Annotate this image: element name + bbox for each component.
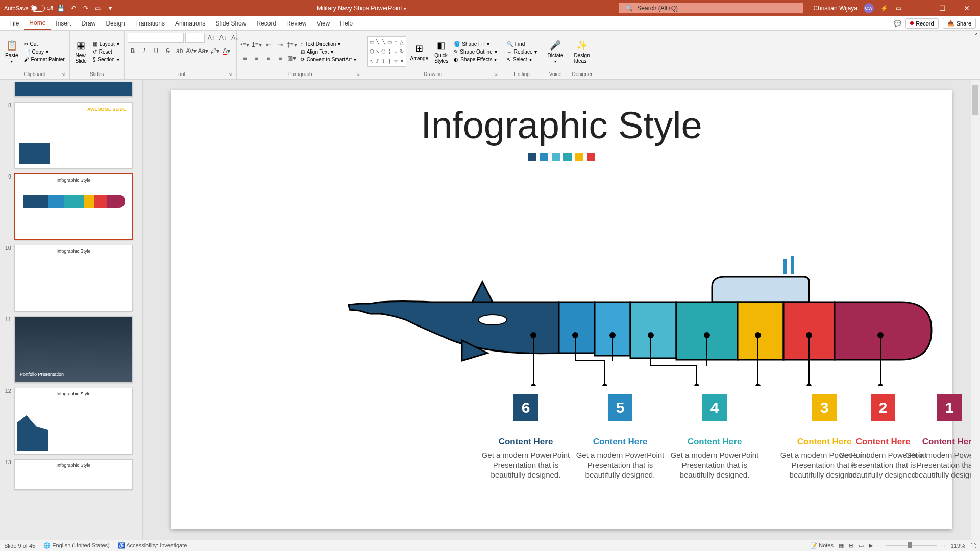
search-input[interactable]: 🔍 Search (Alt+Q) (619, 3, 803, 13)
shapes-gallery[interactable]: ▭╲╲▭○△ ⬡↘⬠{○↻ ∿⤴(}☆▾ (368, 36, 406, 67)
tab-file[interactable]: File (4, 17, 24, 30)
redo-icon[interactable]: ↷ (82, 4, 90, 12)
zoom-level[interactable]: 119% (951, 543, 965, 549)
zoom-out-icon[interactable]: − (878, 543, 881, 549)
strike-button[interactable]: S̶ (163, 46, 173, 56)
tab-slideshow[interactable]: Slide Show (210, 17, 251, 30)
highlight-button[interactable]: 🖍▾ (210, 46, 220, 56)
dictate-button[interactable]: 🎤Dictate▾ (545, 38, 565, 65)
smartart-button[interactable]: ⟳ Convert to SmartArt ▾ (299, 56, 358, 63)
tab-insert[interactable]: Insert (51, 17, 76, 30)
tab-home[interactable]: Home (24, 17, 51, 30)
select-button[interactable]: ↖ Select ▾ (505, 56, 539, 63)
design-ideas-button[interactable]: ✨Design Ideas (572, 38, 592, 65)
layout-button[interactable]: ▦ Layout ▾ (91, 41, 121, 47)
qat-dropdown-icon[interactable]: ▾ (106, 4, 114, 12)
submarine-graphic[interactable] (339, 254, 952, 386)
paste-button[interactable]: 📋Paste▾ (3, 38, 20, 65)
tab-design[interactable]: Design (101, 17, 130, 30)
reset-button[interactable]: ↺ Reset (91, 48, 121, 55)
outdent-button[interactable]: ⇤ (263, 40, 274, 50)
accessibility-status[interactable]: ♿ Accessibility: Investigate (118, 542, 187, 549)
format-painter-button[interactable]: 🖌 Format Painter (22, 56, 66, 63)
autosave-toggle[interactable]: AutoSave Off (4, 5, 53, 12)
slide-thumb-13[interactable]: Infographic Style (14, 459, 133, 490)
text-direction-button[interactable]: ↕ Text Direction ▾ (299, 41, 358, 47)
slide-thumb-10[interactable]: Infographic Style (14, 245, 133, 311)
align-center-button[interactable]: ≡ (252, 53, 262, 63)
tab-view[interactable]: View (311, 17, 335, 30)
decrease-font-icon[interactable]: A↓ (218, 33, 228, 43)
save-icon[interactable]: 💾 (57, 4, 65, 12)
line-spacing-button[interactable]: ‡≡▾ (287, 40, 297, 50)
slide-thumb-8[interactable]: AWESOME SLIDE (14, 102, 133, 168)
align-left-button[interactable]: ≡ (240, 53, 250, 63)
shadow-button[interactable]: ab (175, 46, 185, 56)
bullets-button[interactable]: •≡▾ (240, 40, 250, 50)
present-icon[interactable]: ▭ (94, 4, 102, 12)
ribbon-mode-icon[interactable]: ▭ (894, 4, 902, 12)
justify-button[interactable]: ≡ (275, 53, 285, 63)
callout-6[interactable]: 6 Content Here Get a modern PowerPoint P… (477, 394, 574, 480)
increase-font-icon[interactable]: A↑ (206, 33, 216, 43)
slide-thumb-12[interactable]: Infographic Style (14, 388, 133, 454)
callout-4[interactable]: 4 Content Here Get a modern PowerPoint P… (666, 394, 763, 480)
slideshow-view-icon[interactable]: ▶ (869, 542, 873, 549)
cut-button[interactable]: ✂ Cut (22, 41, 66, 47)
slide-title[interactable]: Infographic Style (171, 90, 952, 147)
tab-animations[interactable]: Animations (170, 17, 210, 30)
tab-record[interactable]: Record (251, 17, 281, 30)
arrange-button[interactable]: ⊞Arrange (408, 41, 431, 62)
copy-button[interactable]: 📄 Copy ▾ (22, 48, 66, 55)
align-right-button[interactable]: ≡ (263, 53, 274, 63)
new-slide-button[interactable]: ▦New Slide (73, 38, 89, 65)
italic-button[interactable]: I (139, 46, 150, 56)
font-color-button[interactable]: A▾ (222, 46, 232, 56)
slide-editor[interactable]: Infographic Style (143, 80, 980, 540)
replace-button[interactable]: ↔ Replace ▾ (505, 48, 539, 55)
comments-icon[interactable]: 💬 (894, 20, 901, 27)
vertical-scrollbar[interactable] (971, 80, 980, 540)
undo-icon[interactable]: ↶ (69, 4, 78, 12)
minimize-icon[interactable]: — (909, 1, 927, 15)
shape-effects-button[interactable]: ◐ Shape Effects ▾ (452, 56, 498, 63)
slide-thumb-9[interactable]: Infographic Style (14, 173, 133, 240)
share-button[interactable]: 📤 Share (943, 18, 976, 29)
slide-canvas[interactable]: Infographic Style (171, 90, 952, 529)
sorter-view-icon[interactable]: ⊞ (849, 542, 853, 549)
align-text-button[interactable]: ⊟ Align Text ▾ (299, 48, 358, 55)
font-family-select[interactable] (128, 33, 184, 43)
spacing-button[interactable]: AV▾ (186, 46, 197, 56)
find-button[interactable]: 🔍 Find (505, 41, 539, 47)
tab-draw[interactable]: Draw (76, 17, 101, 30)
notes-button[interactable]: 📝 Notes (810, 542, 834, 549)
case-button[interactable]: Aa▾ (198, 46, 208, 56)
zoom-in-icon[interactable]: + (942, 543, 945, 549)
numbering-button[interactable]: 1≡▾ (252, 40, 262, 50)
callout-1[interactable]: 1 Content Here Get a modern PowerPoint P… (901, 394, 980, 480)
slide-thumbnails-panel[interactable]: 8AWESOME SLIDE 9Infographic Style 10Info… (0, 80, 143, 540)
slide-thumb-7[interactable] (14, 82, 133, 97)
collapse-ribbon-icon[interactable]: ˄ (975, 33, 978, 40)
maximize-icon[interactable]: ☐ (933, 1, 951, 15)
indent-button[interactable]: ⇥ (275, 40, 285, 50)
zoom-slider[interactable] (886, 545, 937, 546)
reading-view-icon[interactable]: ▭ (859, 542, 864, 549)
tab-help[interactable]: Help (335, 17, 358, 30)
underline-button[interactable]: U (151, 46, 161, 56)
avatar[interactable]: CW (864, 3, 874, 13)
fit-window-icon[interactable]: ⛶ (970, 543, 976, 549)
tab-transitions[interactable]: Transitions (130, 17, 170, 30)
shape-fill-button[interactable]: 🪣 Shape Fill ▾ (452, 41, 498, 47)
record-button[interactable]: Record (905, 18, 938, 29)
shape-outline-button[interactable]: ✎ Shape Outline ▾ (452, 48, 498, 55)
slide-thumb-11[interactable]: Portfolio Presentation (14, 316, 133, 383)
section-button[interactable]: § Section ▾ (91, 56, 121, 63)
columns-button[interactable]: ▥▾ (287, 53, 297, 63)
quick-styles-button[interactable]: ◧Quick Styles (432, 38, 450, 65)
bold-button[interactable]: B (128, 46, 138, 56)
tab-review[interactable]: Review (281, 17, 311, 30)
user-name[interactable]: Christian Wijaya (813, 5, 857, 12)
normal-view-icon[interactable]: ▦ (839, 542, 844, 549)
close-icon[interactable]: ✕ (958, 1, 976, 15)
